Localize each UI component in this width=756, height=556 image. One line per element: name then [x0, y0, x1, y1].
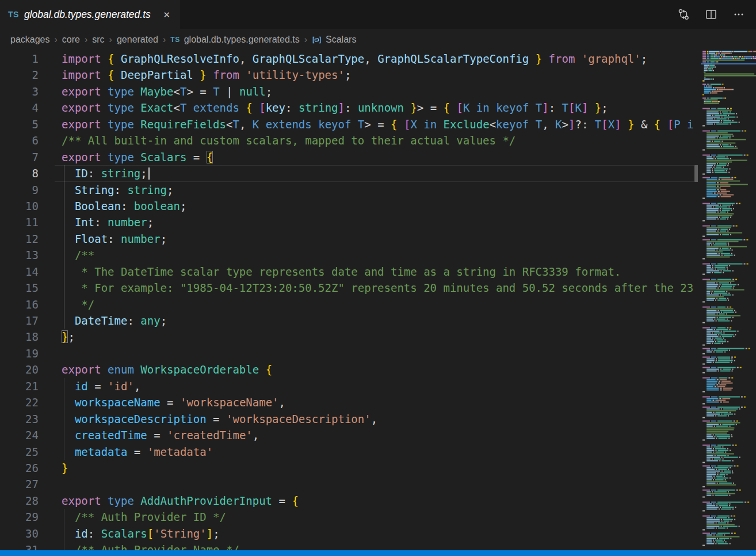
code-line[interactable]: 8 ID: string;: [0, 165, 694, 181]
minimap-canvas: [701, 51, 756, 550]
tab-bar: TS global.db.types.generated.ts ✕: [0, 0, 756, 29]
code-line[interactable]: 2import { DeepPartial } from 'utility-ty…: [0, 67, 694, 83]
code-line[interactable]: 27: [0, 476, 694, 492]
code-line[interactable]: 31 /** Auth Provider Name */: [0, 542, 694, 550]
code-line[interactable]: 20export enum WorkspaceOrderable {: [0, 361, 694, 378]
line-number[interactable]: 9: [0, 182, 62, 198]
code-text: /** Auth Provider Name */: [62, 542, 239, 550]
line-number[interactable]: 13: [0, 247, 62, 263]
code-text: export enum WorkspaceOrderable {: [62, 361, 272, 378]
code-line[interactable]: 15 * For example: "1985-04-12T23:20:50.5…: [0, 280, 694, 296]
line-number[interactable]: 22: [0, 394, 62, 410]
symbol-type-icon: [312, 35, 322, 45]
code-lines: 1import { GraphQLResolveInfo, GraphQLSca…: [0, 51, 694, 550]
vscode-window: TS global.db.types.generated.ts ✕: [0, 0, 756, 556]
code-line[interactable]: 3export type Maybe<T> = T | null;: [0, 83, 694, 100]
line-number[interactable]: 26: [0, 460, 62, 476]
status-bar[interactable]: [0, 550, 756, 556]
line-number[interactable]: 28: [0, 493, 62, 509]
code-text: workspaceDescription = 'workspaceDescrip…: [62, 411, 377, 427]
code-line[interactable]: 1import { GraphQLResolveInfo, GraphQLSca…: [0, 51, 694, 67]
code-text: export type AddAuthProviderInput = {: [62, 493, 299, 509]
breadcrumb-item-generated[interactable]: generated: [117, 35, 158, 45]
line-number[interactable]: 12: [0, 231, 62, 247]
split-editor-icon[interactable]: [704, 7, 718, 21]
line-number[interactable]: 14: [0, 264, 62, 280]
line-number[interactable]: 27: [0, 476, 62, 492]
code-text: export type RequireFields<T, K extends k…: [62, 116, 693, 132]
line-number[interactable]: 23: [0, 411, 62, 427]
line-number[interactable]: 17: [0, 313, 62, 329]
code-text: workspaceName = 'workspaceName',: [62, 394, 285, 410]
line-number[interactable]: 5: [0, 116, 62, 132]
line-number[interactable]: 20: [0, 361, 62, 378]
line-number[interactable]: 3: [0, 83, 62, 100]
code-text: export type Maybe<T> = T | null;: [62, 83, 272, 100]
code-line[interactable]: 19: [0, 345, 694, 361]
code-line[interactable]: 29 /** Auth Provider ID */: [0, 509, 694, 525]
code-line[interactable]: 30 id: Scalars['String'];: [0, 525, 694, 542]
code-line[interactable]: 7export type Scalars = {: [0, 149, 694, 165]
line-number[interactable]: 16: [0, 296, 62, 313]
line-number[interactable]: 1: [0, 51, 62, 67]
code-line[interactable]: 18};: [0, 329, 694, 345]
breadcrumb-item-packages[interactable]: packages: [10, 35, 50, 45]
line-number[interactable]: 10: [0, 198, 62, 214]
code-line[interactable]: 12 Float: number;: [0, 231, 694, 247]
code-line[interactable]: 6/** All built-in and custom scalars, ma…: [0, 132, 694, 148]
line-number[interactable]: 18: [0, 329, 62, 345]
typescript-file-icon: TS: [8, 10, 19, 19]
line-number[interactable]: 7: [0, 149, 62, 165]
code-line[interactable]: 5export type RequireFields<T, K extends …: [0, 116, 694, 132]
code-line[interactable]: 9 String: string;: [0, 182, 694, 198]
code-text: /** Auth Provider ID */: [62, 509, 226, 525]
line-number[interactable]: 6: [0, 132, 62, 148]
code-line[interactable]: 16 */: [0, 296, 694, 313]
line-number[interactable]: 31: [0, 542, 62, 550]
breadcrumb-item-scalars[interactable]: Scalars: [312, 35, 356, 45]
breadcrumb-separator-icon: ›: [109, 35, 112, 45]
code-text: String: string;: [62, 182, 174, 198]
line-number[interactable]: 24: [0, 427, 62, 443]
line-number[interactable]: 30: [0, 525, 62, 542]
line-number[interactable]: 21: [0, 378, 62, 394]
line-number[interactable]: 8: [0, 165, 62, 181]
code-text: * The DateTime scalar type represents da…: [62, 264, 621, 280]
code-text: */: [62, 296, 94, 313]
line-number[interactable]: 15: [0, 280, 62, 296]
tab-global-db-types-generated[interactable]: TS global.db.types.generated.ts ✕: [0, 0, 180, 29]
code-line[interactable]: 17 DateTime: any;: [0, 313, 694, 329]
code-line[interactable]: 10 Boolean: boolean;: [0, 198, 694, 214]
more-actions-icon[interactable]: [732, 7, 746, 21]
minimap[interactable]: [701, 51, 756, 550]
line-number[interactable]: 25: [0, 444, 62, 460]
breadcrumb-item-global-db-types-generated-ts[interactable]: TSglobal.db.types.generated.ts: [170, 35, 299, 45]
code-line[interactable]: 25 metadata = 'metadata': [0, 444, 694, 460]
code-line[interactable]: 28export type AddAuthProviderInput = {: [0, 493, 694, 509]
code-line[interactable]: 14 * The DateTime scalar type represents…: [0, 264, 694, 280]
line-number[interactable]: 2: [0, 67, 62, 83]
line-number[interactable]: 11: [0, 214, 62, 230]
code-editor[interactable]: 1import { GraphQLResolveInfo, GraphQLSca…: [0, 51, 756, 550]
code-line[interactable]: 4export type Exact<T extends { [key: str…: [0, 100, 694, 116]
code-line[interactable]: 21 id = 'id',: [0, 378, 694, 394]
breadcrumb-item-core[interactable]: core: [62, 35, 80, 45]
code-line[interactable]: 13 /**: [0, 247, 694, 263]
minimap-current-line-marker: [701, 63, 756, 64]
breadcrumb-label: core: [62, 35, 80, 45]
line-number[interactable]: 19: [0, 345, 62, 361]
breadcrumb-item-src[interactable]: src: [92, 35, 104, 45]
code-line[interactable]: 24 createdTime = 'createdTime',: [0, 427, 694, 443]
code-line[interactable]: 23 workspaceDescription = 'workspaceDesc…: [0, 411, 694, 427]
close-tab-icon[interactable]: ✕: [161, 9, 172, 21]
line-number[interactable]: 29: [0, 509, 62, 525]
code-line[interactable]: 11 Int: number;: [0, 214, 694, 230]
code-text: import { DeepPartial } from 'utility-typ…: [62, 67, 351, 83]
breadcrumb-label: Scalars: [326, 35, 356, 45]
code-line[interactable]: 22 workspaceName = 'workspaceName',: [0, 394, 694, 410]
code-text: id: Scalars['String'];: [62, 525, 220, 542]
line-number[interactable]: 4: [0, 100, 62, 116]
code-line[interactable]: 26}: [0, 460, 694, 476]
overview-ruler[interactable]: [694, 51, 701, 550]
open-changes-icon[interactable]: [677, 7, 690, 21]
